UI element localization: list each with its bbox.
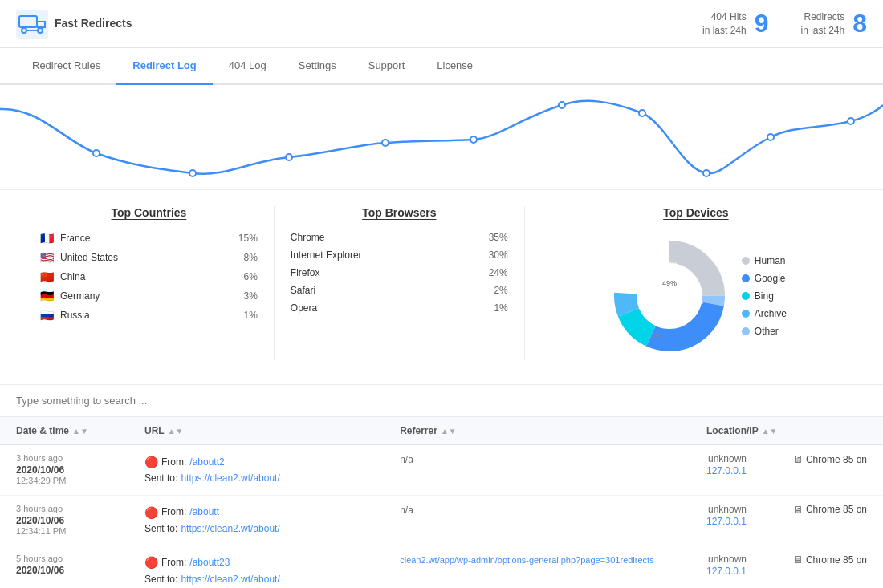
- tab-license[interactable]: License: [421, 48, 489, 85]
- flag-us: 🇺🇸: [40, 251, 54, 264]
- country-row-germany: 🇩🇪 Germany 3%: [40, 290, 258, 302]
- svg-point-10: [559, 102, 565, 108]
- header-stats: 404 Hitsin last 24h 9 Redirectsin last 2…: [702, 9, 867, 39]
- sort-icon-url[interactable]: ▲▼: [168, 427, 184, 436]
- browser-pct-opera: 1%: [480, 302, 508, 314]
- sort-icon-referrer[interactable]: ▲▼: [441, 427, 457, 436]
- tab-404-log[interactable]: 404 Log: [213, 48, 283, 85]
- tab-redirect-log[interactable]: Redirect Log: [116, 48, 212, 85]
- time-ago-1: 3 hours ago: [16, 453, 144, 463]
- referrer-link-3[interactable]: clean2.wt/app/wp-admin/options-general.p…: [400, 555, 653, 565]
- col-header-url: URL ▲▼: [144, 425, 400, 436]
- location-unknown-3: unknown: [706, 554, 747, 565]
- ip-link-1[interactable]: 127.0.0.1: [706, 465, 747, 476]
- date-time-1: 12:34:29 PM: [16, 476, 144, 485]
- legend-bing: Bing: [742, 290, 787, 302]
- donut-chart: 49% 29% 12% 7% 3%: [605, 232, 734, 360]
- browser-row-chrome: Chrome 35%: [291, 232, 508, 243]
- search-input[interactable]: [16, 395, 867, 407]
- devices-title: Top Devices: [533, 206, 859, 219]
- ip-link-2[interactable]: 127.0.0.1: [706, 516, 747, 527]
- stat-redirects-label: Redirectsin last 24h: [801, 10, 845, 38]
- stats-section: Top Countries 🇫🇷 France 15% 🇺🇸 United St…: [0, 189, 883, 384]
- logo-area: Fast Redirects: [16, 10, 702, 39]
- svg-text:7%: 7%: [668, 261, 678, 268]
- tab-settings[interactable]: Settings: [283, 48, 352, 85]
- country-pct-russia: 1%: [230, 310, 258, 321]
- from-url-3[interactable]: /aboutt23: [189, 555, 230, 570]
- browser-name-opera: Opera: [291, 302, 475, 314]
- monitor-icon-1: 🖥: [792, 453, 803, 465]
- browsers-title: Top Browsers: [291, 206, 508, 219]
- countries-title: Top Countries: [40, 206, 258, 219]
- sort-icon-date[interactable]: ▲▼: [72, 427, 88, 436]
- country-row-china: 🇨🇳 China 6%: [40, 270, 258, 283]
- sent-url-3[interactable]: https://clean2.wt/about/: [181, 572, 279, 587]
- logo-icon: [16, 10, 48, 39]
- table-row: 5 hours ago 2020/10/06 🔴 From: /aboutt23…: [0, 545, 883, 588]
- svg-text:12%: 12%: [677, 268, 690, 275]
- browser-name-safari: Safari: [291, 285, 475, 296]
- time-ago-2: 3 hours ago: [16, 504, 144, 513]
- sent-url-2[interactable]: https://clean2.wt/about/: [181, 521, 279, 537]
- tab-redirect-rules[interactable]: Redirect Rules: [16, 48, 116, 85]
- flag-france: 🇫🇷: [40, 232, 54, 245]
- flag-germany: 🇩🇪: [40, 290, 54, 302]
- from-line-3: 🔴 From: /aboutt23: [144, 554, 400, 571]
- cell-url-2: 🔴 From: /aboutt Sent to: https://clean2.…: [144, 504, 400, 537]
- from-label-3: From:: [161, 555, 186, 570]
- svg-point-12: [703, 170, 710, 176]
- from-url-2[interactable]: /aboutt: [189, 505, 219, 520]
- svg-point-6: [189, 170, 196, 176]
- legend-label-other: Other: [755, 326, 779, 337]
- browser-pct-chrome: 35%: [480, 232, 508, 243]
- country-name-china: China: [60, 271, 225, 282]
- country-name-france: France: [60, 233, 225, 244]
- cell-referrer-1: n/a: [400, 453, 706, 465]
- date-time-2: 12:34:11 PM: [16, 526, 144, 536]
- sort-icon-location[interactable]: ▲▼: [762, 427, 778, 436]
- svg-text:29%: 29%: [689, 298, 703, 306]
- device-info-2: 🖥 Chrome 85 on: [792, 504, 867, 516]
- stat-redirects-block: Redirectsin last 24h 8: [801, 9, 868, 39]
- cell-location-2: unknown 127.0.0.1 🖥 Chrome 85 on: [706, 504, 867, 527]
- top-devices: Top Devices 49%: [525, 206, 867, 360]
- col-header-location: Location/IP ▲▼: [706, 425, 867, 436]
- svg-point-9: [470, 136, 477, 143]
- referrer-value-1: n/a: [400, 454, 413, 465]
- search-bar[interactable]: [0, 384, 883, 417]
- browser-row-ie: Internet Explorer 30%: [291, 249, 508, 261]
- tabs-nav: Redirect Rules Redirect Log 404 Log Sett…: [0, 48, 883, 85]
- sent-url-1[interactable]: https://clean2.wt/about/: [181, 471, 279, 486]
- table-row: 3 hours ago 2020/10/06 12:34:29 PM 🔴 Fro…: [0, 445, 883, 496]
- legend-dot-archive: [742, 310, 750, 318]
- time-ago-3: 5 hours ago: [16, 554, 144, 563]
- legend-dot-bing: [742, 292, 750, 300]
- location-unknown-1: unknown: [706, 453, 747, 464]
- ip-link-3[interactable]: 127.0.0.1: [706, 566, 747, 577]
- country-pct-france: 15%: [230, 233, 258, 244]
- table-row: 3 hours ago 2020/10/06 12:34:11 PM 🔴 Fro…: [0, 496, 883, 546]
- location-block-2: unknown 127.0.0.1: [706, 504, 747, 527]
- browser-pct-firefox: 24%: [480, 267, 508, 278]
- svg-point-11: [639, 110, 645, 116]
- browser-pct-ie: 30%: [480, 249, 508, 261]
- from-label-2: From:: [161, 505, 186, 520]
- legend-google: Google: [742, 273, 787, 284]
- top-browsers: Top Browsers Chrome 35% Internet Explore…: [275, 206, 524, 360]
- date-main-3: 2020/10/06: [16, 565, 144, 576]
- browser-row-firefox: Firefox 24%: [291, 267, 508, 278]
- country-row-us: 🇺🇸 United States 8%: [40, 251, 258, 264]
- header: Fast Redirects 404 Hitsin last 24h 9 Red…: [0, 0, 883, 48]
- tab-support[interactable]: Support: [352, 48, 421, 85]
- cell-location-3: unknown 127.0.0.1 🖥 Chrome 85 on: [706, 554, 867, 577]
- device-info-3: 🖥 Chrome 85 on: [792, 554, 867, 566]
- flag-china: 🇨🇳: [40, 270, 54, 283]
- location-block-3: unknown 127.0.0.1: [706, 554, 747, 577]
- from-url-1[interactable]: /aboutt2: [189, 455, 224, 470]
- monitor-icon-2: 🖥: [792, 504, 803, 516]
- legend-label-google: Google: [755, 273, 786, 284]
- monitor-icon-3: 🖥: [792, 554, 803, 566]
- logo-text: Fast Redirects: [55, 17, 132, 30]
- legend-other: Other: [742, 326, 787, 337]
